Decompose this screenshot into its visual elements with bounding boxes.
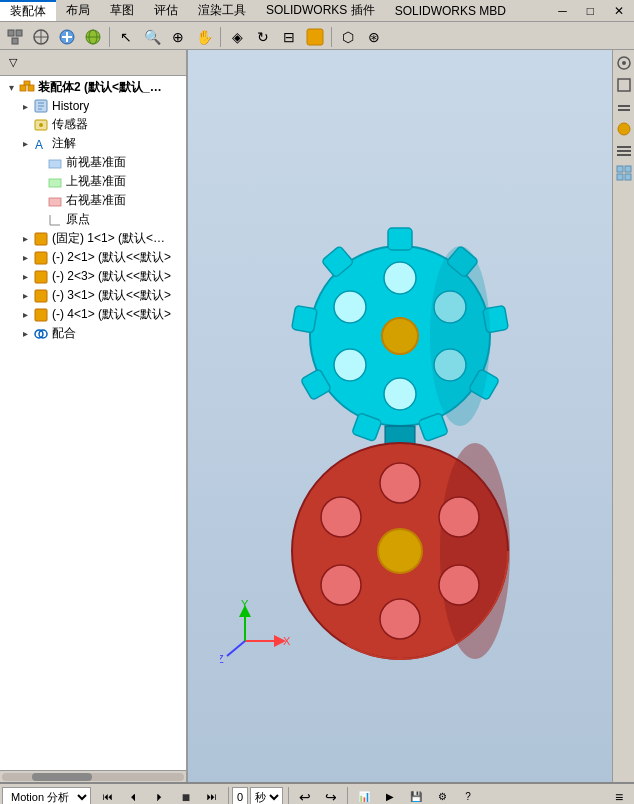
motion-simulate[interactable]: ▶	[378, 785, 402, 805]
3d-viewport[interactable]: X Y Z	[188, 50, 634, 782]
tree-right-plane[interactable]: 右视基准面	[30, 191, 184, 210]
vp-btn-3[interactable]	[614, 97, 634, 117]
tree-part-3[interactable]: ▸ (-) 2<3> (默认<<默认>	[16, 267, 184, 286]
svg-rect-36	[388, 228, 412, 250]
tree-origin-label: 原点	[66, 211, 90, 228]
svg-point-70	[622, 61, 626, 65]
svg-rect-79	[625, 166, 631, 172]
tree-part-4[interactable]: ▸ (-) 3<1> (默认<<默认>	[16, 286, 184, 305]
menu-evaluate[interactable]: 评估	[144, 0, 188, 21]
tree-root-label: 装配体2 (默认<默认_显示>	[38, 79, 168, 96]
motion-to-start[interactable]: ⏮	[96, 785, 120, 805]
menu-render[interactable]: 渲染工具	[188, 0, 256, 21]
tree-scroll[interactable]	[0, 770, 186, 782]
svg-rect-0	[8, 30, 14, 36]
menu-layout[interactable]: 布局	[56, 0, 100, 21]
svg-text:Y: Y	[241, 598, 249, 610]
motion-unit-select[interactable]: 秒	[250, 787, 283, 805]
toolbar-view-icon[interactable]: ◈	[225, 25, 249, 49]
tree-mate[interactable]: ▸ 配合	[16, 324, 184, 343]
motion-type-select[interactable]: Motion 分析 基本运动 动画	[2, 787, 91, 805]
part-icon-4	[32, 288, 50, 304]
toolbar-section-icon[interactable]: ⊟	[277, 25, 301, 49]
svg-point-49	[334, 349, 366, 381]
tree-part-2[interactable]: ▸ (-) 2<1> (默认<<默认>	[16, 248, 184, 267]
tree-annotation[interactable]: ▸ A 注解	[16, 134, 184, 153]
vp-btn-6[interactable]	[614, 163, 634, 183]
svg-rect-75	[617, 146, 631, 148]
toolbar-rotate-icon[interactable]: ↻	[251, 25, 275, 49]
tree-sensor[interactable]: 传感器	[16, 115, 184, 134]
toolbar-cursor-icon[interactable]: ↖	[114, 25, 138, 49]
tree-part-4-label: (-) 3<1> (默认<<默认>	[52, 287, 171, 304]
motion-prev[interactable]: ⏴	[122, 785, 146, 805]
toolbar-sep-2	[220, 27, 221, 47]
menu-sketch[interactable]: 草图	[100, 0, 144, 21]
svg-point-55	[440, 443, 510, 659]
toolbar-pattern-icon[interactable]: ⊛	[362, 25, 386, 49]
menu-restore[interactable]: □	[577, 0, 604, 21]
tree-origin[interactable]: 原点	[30, 210, 184, 229]
svg-point-74	[618, 123, 630, 135]
motion-sep-2	[288, 787, 289, 805]
gear-assembly-svg: X Y Z	[220, 161, 580, 671]
vp-btn-5[interactable]	[614, 141, 634, 161]
motion-time-display[interactable]: 0	[232, 787, 248, 805]
filter-icon[interactable]: ▽	[3, 53, 23, 73]
viewport-right-panel	[612, 50, 634, 782]
part-icon-2	[32, 250, 50, 266]
tree-part-1-label: (固定) 1<1> (默认<<默>	[52, 230, 172, 247]
svg-point-45	[384, 262, 416, 294]
svg-point-62	[378, 529, 422, 573]
motion-loop[interactable]: ↩	[293, 785, 317, 805]
motion-expand[interactable]: ≡	[607, 785, 631, 805]
toolbar-pan-icon[interactable]: ✋	[192, 25, 216, 49]
tree-right-plane-label: 右视基准面	[66, 192, 126, 209]
vp-btn-4[interactable]	[614, 119, 634, 139]
motion-settings[interactable]: ⚙	[430, 785, 454, 805]
toolbar-mate-icon[interactable]: ⬡	[336, 25, 360, 49]
svg-rect-80	[617, 174, 623, 180]
svg-point-56	[380, 463, 420, 503]
toolbar-display-icon[interactable]	[303, 25, 327, 49]
toolbar-globe-icon[interactable]	[81, 25, 105, 49]
tree-part-1[interactable]: ▸ (固定) 1<1> (默认<<默>	[16, 229, 184, 248]
menu-minimize[interactable]: ─	[548, 0, 577, 21]
main-layout: ▽ ▾ 装配体2 (默认<默认_显示> ▸	[0, 50, 634, 782]
toolbar-explode-icon[interactable]	[29, 25, 53, 49]
tree-front-plane[interactable]: 前视基准面	[30, 153, 184, 172]
vp-btn-2[interactable]	[614, 75, 634, 95]
toolbar-zoom-icon[interactable]: ⊕	[166, 25, 190, 49]
svg-rect-81	[625, 174, 631, 180]
menu-sw-plugin[interactable]: SOLIDWORKS 插件	[256, 0, 385, 21]
svg-rect-32	[35, 309, 47, 321]
motion-next[interactable]: ⏭	[200, 785, 224, 805]
tree-part-5[interactable]: ▸ (-) 4<1> (默认<<默认>	[16, 305, 184, 324]
canvas-area: X Y Z	[188, 50, 612, 782]
motion-chart[interactable]: 📊	[352, 785, 376, 805]
motion-reverse[interactable]: ↪	[319, 785, 343, 805]
svg-text:X: X	[283, 635, 291, 647]
menu-sw-mbd[interactable]: SOLIDWORKS MBD	[385, 0, 516, 21]
svg-rect-14	[28, 85, 34, 91]
tree-top-plane[interactable]: 上视基准面	[30, 172, 184, 191]
feature-tree: ▾ 装配体2 (默认<默认_显示> ▸	[0, 76, 186, 770]
history-icon	[32, 98, 50, 114]
toolbar-sep-1	[109, 27, 110, 47]
menu-close[interactable]: ✕	[604, 0, 634, 21]
feature-tree-panel: ▽ ▾ 装配体2 (默认<默认_显示> ▸	[0, 50, 188, 782]
toolbar-plus-icon[interactable]	[55, 25, 79, 49]
motion-stop[interactable]: ■	[174, 785, 198, 805]
tree-root[interactable]: ▾ 装配体2 (默认<默认_显示>	[2, 78, 184, 97]
motion-play[interactable]: ⏵	[148, 785, 172, 805]
svg-rect-73	[618, 109, 630, 111]
svg-rect-72	[618, 105, 630, 107]
menu-assembly[interactable]: 装配体	[0, 0, 56, 21]
toolbar-assembly-icon[interactable]	[3, 25, 27, 49]
motion-help[interactable]: ?	[456, 785, 480, 805]
vp-btn-1[interactable]	[614, 53, 634, 73]
tree-history[interactable]: ▸ History	[16, 97, 184, 115]
toolbar-search-icon[interactable]: 🔍	[140, 25, 164, 49]
motion-export[interactable]: 💾	[404, 785, 428, 805]
svg-rect-78	[617, 166, 623, 172]
